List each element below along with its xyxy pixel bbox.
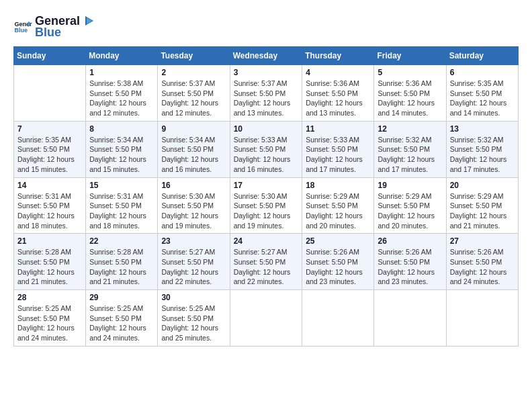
calendar-cell: 28Sunrise: 5:25 AMSunset: 5:50 PMDayligh…	[14, 290, 86, 347]
svg-text:Blue: Blue	[14, 27, 28, 34]
day-info: Sunrise: 5:27 AMSunset: 5:50 PMDaylight:…	[161, 247, 226, 287]
day-info: Sunrise: 5:29 AMSunset: 5:50 PMDaylight:…	[306, 191, 370, 231]
day-number: 1	[89, 68, 154, 77]
day-info: Sunrise: 5:25 AMSunset: 5:50 PMDaylight:…	[89, 304, 154, 343]
calendar-cell: 26Sunrise: 5:26 AMSunset: 5:50 PMDayligh…	[374, 234, 446, 290]
day-info: Sunrise: 5:34 AMSunset: 5:50 PMDaylight:…	[89, 135, 154, 175]
day-number: 7	[17, 124, 82, 134]
day-info: Sunrise: 5:34 AMSunset: 5:50 PMDaylight:…	[161, 135, 226, 175]
day-number: 5	[378, 68, 442, 77]
day-number: 24	[234, 236, 299, 246]
calendar-cell: 9Sunrise: 5:34 AMSunset: 5:50 PMDaylight…	[158, 121, 230, 177]
day-info: Sunrise: 5:27 AMSunset: 5:50 PMDaylight:…	[234, 247, 299, 287]
day-number: 26	[378, 236, 442, 246]
day-number: 10	[234, 124, 299, 134]
calendar-week-row: 1Sunrise: 5:38 AMSunset: 5:50 PMDaylight…	[14, 65, 519, 122]
day-info: Sunrise: 5:28 AMSunset: 5:50 PMDaylight:…	[89, 247, 154, 287]
day-info: Sunrise: 5:33 AMSunset: 5:50 PMDaylight:…	[306, 135, 370, 175]
day-number: 22	[89, 236, 154, 246]
calendar-cell: 23Sunrise: 5:27 AMSunset: 5:50 PMDayligh…	[158, 234, 230, 290]
day-number: 27	[450, 236, 515, 246]
day-info: Sunrise: 5:38 AMSunset: 5:50 PMDaylight:…	[89, 79, 154, 118]
day-info: Sunrise: 5:36 AMSunset: 5:50 PMDaylight:…	[306, 79, 370, 118]
day-info: Sunrise: 5:29 AMSunset: 5:50 PMDaylight:…	[450, 191, 515, 231]
calendar-cell: 18Sunrise: 5:29 AMSunset: 5:50 PMDayligh…	[302, 177, 374, 234]
day-info: Sunrise: 5:25 AMSunset: 5:50 PMDaylight:…	[17, 304, 82, 343]
day-number: 4	[306, 68, 370, 77]
day-number: 29	[89, 293, 154, 302]
weekday-header-wednesday: Wednesday	[230, 47, 302, 65]
calendar-cell: 17Sunrise: 5:30 AMSunset: 5:50 PMDayligh…	[230, 177, 302, 234]
day-info: Sunrise: 5:31 AMSunset: 5:50 PMDaylight:…	[89, 191, 154, 231]
day-number: 16	[161, 181, 226, 190]
day-info: Sunrise: 5:29 AMSunset: 5:50 PMDaylight:…	[378, 191, 442, 231]
day-number: 30	[161, 293, 226, 302]
day-info: Sunrise: 5:30 AMSunset: 5:50 PMDaylight:…	[161, 191, 226, 231]
calendar-cell: 5Sunrise: 5:36 AMSunset: 5:50 PMDaylight…	[374, 65, 446, 122]
day-number: 13	[450, 124, 515, 134]
day-info: Sunrise: 5:37 AMSunset: 5:50 PMDaylight:…	[234, 79, 299, 118]
calendar-cell: 8Sunrise: 5:34 AMSunset: 5:50 PMDaylight…	[86, 121, 158, 177]
logo-icon: General Blue	[13, 17, 32, 36]
calendar-cell	[374, 290, 446, 347]
day-number: 18	[306, 181, 370, 190]
day-number: 23	[161, 236, 226, 246]
calendar-cell: 13Sunrise: 5:32 AMSunset: 5:50 PMDayligh…	[446, 121, 518, 177]
calendar-cell: 4Sunrise: 5:36 AMSunset: 5:50 PMDaylight…	[302, 65, 374, 122]
weekday-header-friday: Friday	[374, 47, 446, 65]
day-number: 8	[89, 124, 154, 134]
calendar-cell: 12Sunrise: 5:32 AMSunset: 5:50 PMDayligh…	[374, 121, 446, 177]
day-info: Sunrise: 5:36 AMSunset: 5:50 PMDaylight:…	[378, 79, 442, 118]
calendar-cell: 10Sunrise: 5:33 AMSunset: 5:50 PMDayligh…	[230, 121, 302, 177]
day-info: Sunrise: 5:32 AMSunset: 5:50 PMDaylight:…	[378, 135, 442, 175]
day-number: 3	[234, 68, 299, 77]
calendar-cell: 16Sunrise: 5:30 AMSunset: 5:50 PMDayligh…	[158, 177, 230, 234]
page-container: General Blue General Blue	[13, 13, 519, 347]
calendar-cell: 22Sunrise: 5:28 AMSunset: 5:50 PMDayligh…	[86, 234, 158, 290]
weekday-header-monday: Monday	[86, 47, 158, 65]
day-number: 6	[450, 68, 515, 77]
calendar-cell: 29Sunrise: 5:25 AMSunset: 5:50 PMDayligh…	[86, 290, 158, 347]
weekday-header-row: SundayMondayTuesdayWednesdayThursdayFrid…	[14, 47, 519, 65]
calendar-cell: 6Sunrise: 5:35 AMSunset: 5:50 PMDaylight…	[446, 65, 518, 122]
calendar-cell: 25Sunrise: 5:26 AMSunset: 5:50 PMDayligh…	[302, 234, 374, 290]
calendar-cell: 19Sunrise: 5:29 AMSunset: 5:50 PMDayligh…	[374, 177, 446, 234]
day-number: 28	[17, 293, 82, 302]
day-info: Sunrise: 5:35 AMSunset: 5:50 PMDaylight:…	[450, 79, 515, 118]
calendar-table: SundayMondayTuesdayWednesdayThursdayFrid…	[13, 46, 519, 347]
day-info: Sunrise: 5:30 AMSunset: 5:50 PMDaylight:…	[234, 191, 299, 231]
day-info: Sunrise: 5:35 AMSunset: 5:50 PMDaylight:…	[17, 135, 82, 175]
day-number: 12	[378, 124, 442, 134]
day-number: 25	[306, 236, 370, 246]
calendar-week-row: 7Sunrise: 5:35 AMSunset: 5:50 PMDaylight…	[14, 121, 519, 177]
day-number: 20	[450, 181, 515, 190]
day-info: Sunrise: 5:28 AMSunset: 5:50 PMDaylight:…	[17, 247, 82, 287]
day-info: Sunrise: 5:37 AMSunset: 5:50 PMDaylight:…	[161, 79, 226, 118]
calendar-cell: 11Sunrise: 5:33 AMSunset: 5:50 PMDayligh…	[302, 121, 374, 177]
day-number: 2	[161, 68, 226, 77]
calendar-cell: 20Sunrise: 5:29 AMSunset: 5:50 PMDayligh…	[446, 177, 518, 234]
header: General Blue General Blue	[13, 13, 519, 40]
day-info: Sunrise: 5:26 AMSunset: 5:50 PMDaylight:…	[306, 247, 370, 287]
calendar-cell	[446, 290, 518, 347]
calendar-cell: 14Sunrise: 5:31 AMSunset: 5:50 PMDayligh…	[14, 177, 86, 234]
calendar-cell: 24Sunrise: 5:27 AMSunset: 5:50 PMDayligh…	[230, 234, 302, 290]
calendar-week-row: 28Sunrise: 5:25 AMSunset: 5:50 PMDayligh…	[14, 290, 519, 347]
calendar-cell: 2Sunrise: 5:37 AMSunset: 5:50 PMDaylight…	[158, 65, 230, 122]
day-number: 14	[17, 181, 82, 190]
weekday-header-tuesday: Tuesday	[158, 47, 230, 65]
day-number: 21	[17, 236, 82, 246]
calendar-cell	[302, 290, 374, 347]
calendar-cell: 7Sunrise: 5:35 AMSunset: 5:50 PMDaylight…	[14, 121, 86, 177]
calendar-cell: 15Sunrise: 5:31 AMSunset: 5:50 PMDayligh…	[86, 177, 158, 234]
day-number: 15	[89, 181, 154, 190]
weekday-header-sunday: Sunday	[14, 47, 86, 65]
calendar-cell: 27Sunrise: 5:26 AMSunset: 5:50 PMDayligh…	[446, 234, 518, 290]
weekday-header-saturday: Saturday	[446, 47, 518, 65]
day-info: Sunrise: 5:26 AMSunset: 5:50 PMDaylight:…	[378, 247, 442, 287]
calendar-cell: 3Sunrise: 5:37 AMSunset: 5:50 PMDaylight…	[230, 65, 302, 122]
weekday-header-thursday: Thursday	[302, 47, 374, 65]
calendar-cell: 30Sunrise: 5:25 AMSunset: 5:50 PMDayligh…	[158, 290, 230, 347]
day-number: 17	[234, 181, 299, 190]
day-info: Sunrise: 5:33 AMSunset: 5:50 PMDaylight:…	[234, 135, 299, 175]
